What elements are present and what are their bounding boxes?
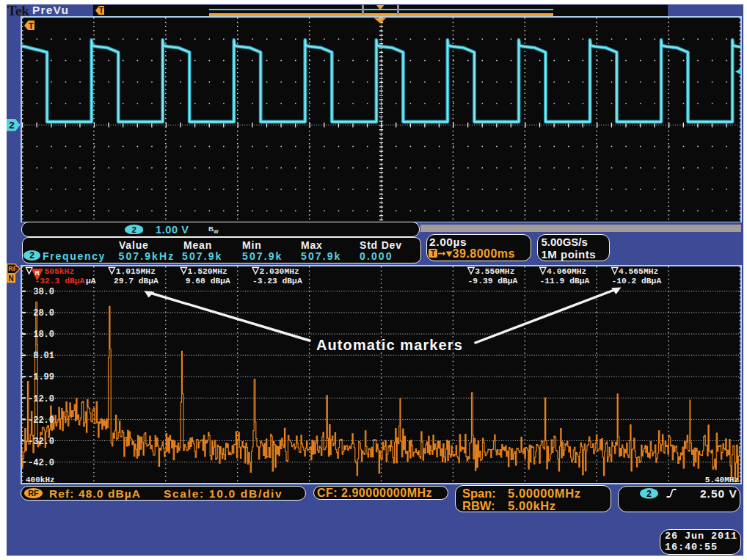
svg-text:µA: µA [86, 277, 96, 286]
svg-text:Automatic markers: Automatic markers [316, 337, 463, 353]
svg-text:2: 2 [9, 120, 15, 131]
svg-text:9.68 dBµA: 9.68 dBµA [186, 277, 230, 286]
svg-text:R: R [35, 269, 40, 277]
svg-text:-11.9 dBµA: -11.9 dBµA [540, 277, 590, 286]
svg-text:5.40MHz: 5.40MHz [705, 476, 739, 484]
svg-text:T: T [98, 6, 103, 15]
svg-text:28.0: 28.0 [33, 308, 54, 319]
svg-text:T: T [431, 250, 435, 258]
svg-text:38.0: 38.0 [33, 287, 54, 297]
svg-text:-10.2 dBµA: -10.2 dBµA [611, 277, 661, 286]
svg-text:-9.39 dBµA: -9.39 dBµA [468, 277, 518, 286]
svg-text:-3.23 dBµA: -3.23 dBµA [252, 277, 302, 286]
svg-text:3.550MHz: 3.550MHz [475, 267, 514, 276]
svg-text:-32.0: -32.0 [28, 437, 54, 447]
svg-text:RF: RF [8, 265, 17, 272]
svg-text:-12.0: -12.0 [28, 394, 54, 404]
svg-text:4.565MHz: 4.565MHz [619, 267, 658, 276]
svg-text:N: N [9, 274, 14, 283]
svg-text:4.060MHz: 4.060MHz [547, 267, 586, 276]
svg-text:2: 2 [131, 225, 136, 234]
svg-text:RF: RF [28, 489, 39, 498]
svg-text:505kHz: 505kHz [45, 267, 75, 276]
svg-text:T: T [29, 21, 34, 30]
svg-text:-32.3 dBµA: -32.3 dBµA [35, 277, 85, 286]
svg-text:18.0: 18.0 [33, 330, 54, 340]
svg-text:1.015MHz: 1.015MHz [116, 267, 156, 276]
svg-text:-42.0: -42.0 [28, 458, 54, 468]
svg-text:2.030MHz: 2.030MHz [260, 267, 299, 276]
svg-text:-22.0: -22.0 [28, 415, 54, 426]
svg-text:1.520MHz: 1.520MHz [188, 267, 227, 276]
svg-text:-1.99: -1.99 [28, 372, 54, 382]
svg-text:2: 2 [29, 250, 34, 261]
svg-text:2: 2 [646, 489, 652, 499]
svg-text:8.01: 8.01 [33, 351, 54, 361]
svg-text:29.7 dBµA: 29.7 dBµA [114, 277, 158, 286]
svg-text:400kHz: 400kHz [26, 476, 55, 484]
